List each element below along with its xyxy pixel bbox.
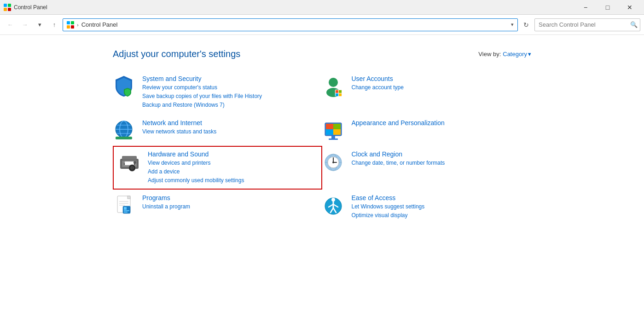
system-security-link-1[interactable]: Review your computer's status <box>142 83 322 92</box>
network-content: Network and Internet View network status… <box>142 119 322 136</box>
svg-rect-0 <box>4 4 7 7</box>
window-title: Control Panel <box>14 4 47 11</box>
close-button[interactable]: ✕ <box>619 0 640 15</box>
maximize-button[interactable]: □ <box>597 0 618 15</box>
search-icon[interactable]: 🔍 <box>630 21 638 28</box>
category-hardware-sound: Hardware and Sound View devices and prin… <box>113 146 322 190</box>
forward-icon: → <box>22 21 28 28</box>
up-icon: ↑ <box>53 21 56 28</box>
page-title: Adjust your computer's settings <box>113 49 240 59</box>
hardware-link-1[interactable]: View devices and printers <box>148 159 317 167</box>
programs-title[interactable]: Programs <box>142 194 322 202</box>
system-security-title[interactable]: System and Security <box>142 75 322 82</box>
category-network-internet: Network and Internet View network status… <box>113 115 322 146</box>
clock-icon <box>322 150 344 173</box>
address-dropdown-icon: ▾ <box>511 22 514 28</box>
svg-point-8 <box>329 78 338 87</box>
svg-rect-12 <box>339 90 342 93</box>
ease-link-1[interactable]: Let Windows suggest settings <box>352 202 532 211</box>
svg-rect-26 <box>333 129 341 135</box>
svg-rect-1 <box>8 4 11 7</box>
category-appearance: Appearance and Personalization <box>322 115 532 146</box>
ease-icon <box>322 194 344 216</box>
svg-rect-2 <box>4 8 7 11</box>
address-cp-icon <box>67 21 74 29</box>
system-security-icon <box>113 75 135 97</box>
clock-link-1[interactable]: Change date, time, or number formats <box>352 159 532 167</box>
svg-point-34 <box>133 161 136 164</box>
svg-rect-14 <box>339 93 342 96</box>
svg-rect-5 <box>71 21 74 24</box>
system-security-content: System and Security Review your computer… <box>142 75 322 110</box>
category-clock-region: Clock and Region Change date, time, or n… <box>322 146 532 190</box>
category-system-security: System and Security Review your computer… <box>113 70 322 115</box>
user-accounts-icon <box>322 75 344 97</box>
svg-rect-6 <box>67 25 70 29</box>
content-grid: System and Security Review your computer… <box>0 70 644 225</box>
address-chevron: › <box>77 22 79 28</box>
refresh-button[interactable]: ↻ <box>520 18 533 31</box>
view-by-label: View by: <box>478 51 501 58</box>
minimize-button[interactable]: − <box>575 0 596 15</box>
network-title[interactable]: Network and Internet <box>142 119 322 127</box>
appearance-content: Appearance and Personalization <box>352 119 532 127</box>
ease-link-2[interactable]: Optimize visual display <box>352 211 532 220</box>
network-icon <box>113 119 135 141</box>
system-security-link-3[interactable]: Backup and Restore (Windows 7) <box>142 101 322 109</box>
ease-title[interactable]: Ease of Access <box>352 194 532 202</box>
programs-link-1[interactable]: Uninstall a program <box>142 202 322 211</box>
svg-point-38 <box>132 167 133 168</box>
system-security-link-2[interactable]: Save backup copies of your files with Fi… <box>142 92 322 101</box>
hardware-content: Hardware and Sound View devices and prin… <box>148 150 317 185</box>
svg-rect-24 <box>333 124 341 129</box>
svg-rect-27 <box>331 136 335 138</box>
up-button[interactable]: ↑ <box>48 18 61 31</box>
title-bar: Control Panel − □ ✕ <box>0 0 644 15</box>
svg-rect-33 <box>122 156 137 160</box>
address-bar: ← → ▾ ↑ › Control Panel ▾ ↻ 🔍 <box>0 15 644 35</box>
appearance-title[interactable]: Appearance and Personalization <box>352 119 532 127</box>
hardware-title[interactable]: Hardware and Sound <box>148 150 317 158</box>
svg-rect-23 <box>326 124 333 129</box>
dropdown-icon: ▾ <box>38 21 41 28</box>
back-icon: ← <box>7 21 13 28</box>
search-container: 🔍 <box>534 18 640 31</box>
svg-rect-4 <box>67 21 70 24</box>
view-by-value[interactable]: Category ▾ <box>503 51 531 58</box>
clock-content: Clock and Region Change date, time, or n… <box>352 150 532 167</box>
svg-rect-20 <box>116 137 132 139</box>
svg-rect-3 <box>8 8 11 11</box>
forward-button[interactable]: → <box>18 18 31 31</box>
refresh-icon: ↻ <box>523 21 529 29</box>
svg-rect-13 <box>336 93 338 96</box>
app-icon <box>4 4 11 11</box>
search-input[interactable] <box>534 18 640 31</box>
address-input[interactable]: › Control Panel ▾ <box>63 18 518 31</box>
back-button[interactable]: ← <box>4 18 17 31</box>
title-bar-controls: − □ ✕ <box>575 0 640 15</box>
appearance-icon <box>322 119 344 141</box>
user-accounts-link-1[interactable]: Change account type <box>352 83 532 92</box>
svg-rect-52 <box>124 207 127 210</box>
hardware-link-3[interactable]: Adjust commonly used mobility settings <box>148 176 317 185</box>
svg-rect-54 <box>124 212 128 213</box>
recent-button[interactable]: ▾ <box>33 18 46 31</box>
user-accounts-content: User Accounts Change account type <box>352 75 532 92</box>
view-by: View by: Category ▾ <box>478 51 531 58</box>
svg-rect-25 <box>326 129 333 135</box>
hardware-icon <box>118 150 140 173</box>
programs-icon <box>113 194 135 216</box>
main-content: Adjust your computer's settings View by:… <box>0 35 644 334</box>
programs-content: Programs Uninstall a program <box>142 194 322 211</box>
svg-rect-28 <box>329 138 338 140</box>
hardware-link-2[interactable]: Add a device <box>148 167 317 176</box>
network-link-1[interactable]: View network status and tasks <box>142 127 322 136</box>
clock-title[interactable]: Clock and Region <box>352 150 532 158</box>
ease-content: Ease of Access Let Windows suggest setti… <box>352 194 532 220</box>
svg-rect-11 <box>336 90 338 93</box>
viewby-chevron-icon: ▾ <box>528 51 531 58</box>
category-programs: Programs Uninstall a program <box>113 190 322 225</box>
user-accounts-title[interactable]: User Accounts <box>352 75 532 82</box>
svg-rect-53 <box>124 210 129 211</box>
svg-rect-47 <box>128 196 130 199</box>
